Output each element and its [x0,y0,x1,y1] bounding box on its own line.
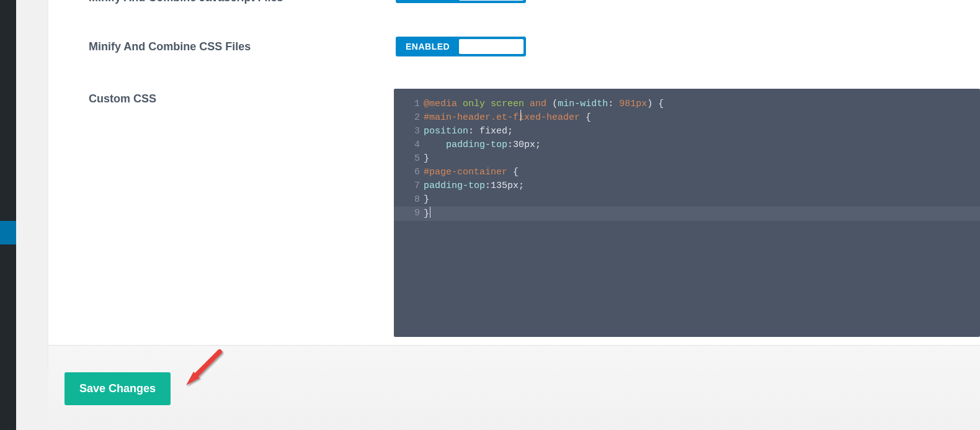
sidebar-collapse-indicator[interactable] [0,221,16,244]
option-custom-css: Custom CSS 1@media only screen and (min-… [48,89,980,337]
code-content: position: fixed; [424,125,513,138]
code-line: 4 padding-top:30px; [394,138,980,152]
save-button[interactable]: Save Changes [65,372,171,405]
caret-icon [430,207,430,218]
code-line: 5} [394,152,980,166]
arrow-annotation-icon [184,348,225,389]
line-number: 5 [394,152,424,166]
svg-line-0 [195,352,220,377]
code-content: @media only screen and (min-width: 981px… [424,97,664,111]
code-line: 1@media only screen and (min-width: 981p… [394,97,980,111]
footer-bar: Save Changes [48,345,980,430]
admin-sidebar [0,0,16,430]
options-panel: Minify And Combine Javascript Files ENAB… [48,0,980,370]
line-number: 2 [394,111,424,125]
toggle-knob [459,0,523,1]
option-label: Minify And Combine Javascript Files [89,0,396,4]
option-label: Custom CSS [89,89,394,105]
line-number: 4 [394,138,424,152]
custom-css-editor[interactable]: 1@media only screen and (min-width: 981p… [394,89,980,337]
content-area: Minify And Combine Javascript Files ENAB… [16,0,980,430]
option-minify-css: Minify And Combine CSS Files ENABLED [48,37,980,56]
code-line: 7padding-top:135px; [394,179,980,193]
code-content: padding-top:30px; [424,138,541,152]
code-content: } [424,207,430,221]
line-number: 9 [394,207,424,221]
code-content: #main-header.et-fixed-header { [424,111,591,125]
code-content: } [424,193,429,207]
text-caret-icon [520,110,521,121]
code-line: 6#page-container { [394,166,980,179]
line-number: 3 [394,125,424,138]
line-number: 6 [394,166,424,179]
code-line: 8} [394,193,980,207]
toggle-knob [459,39,523,54]
option-minify-js: Minify And Combine Javascript Files ENAB… [48,0,980,4]
code-content: padding-top:135px; [424,179,524,193]
toggle-minify-js[interactable]: ENABLED [396,0,526,3]
code-line: 2#main-header.et-fixed-header { [394,111,980,125]
code-content: } [424,152,429,166]
code-line: 9} [394,207,980,221]
toggle-state-text: ENABLED [396,42,459,52]
line-number: 8 [394,193,424,207]
line-number: 7 [394,179,424,193]
option-label: Minify And Combine CSS Files [89,37,396,53]
svg-marker-1 [186,372,200,385]
code-content: #page-container { [424,166,519,179]
line-number: 1 [394,97,424,111]
code-line: 3position: fixed; [394,125,980,138]
toggle-minify-css[interactable]: ENABLED [396,37,526,56]
